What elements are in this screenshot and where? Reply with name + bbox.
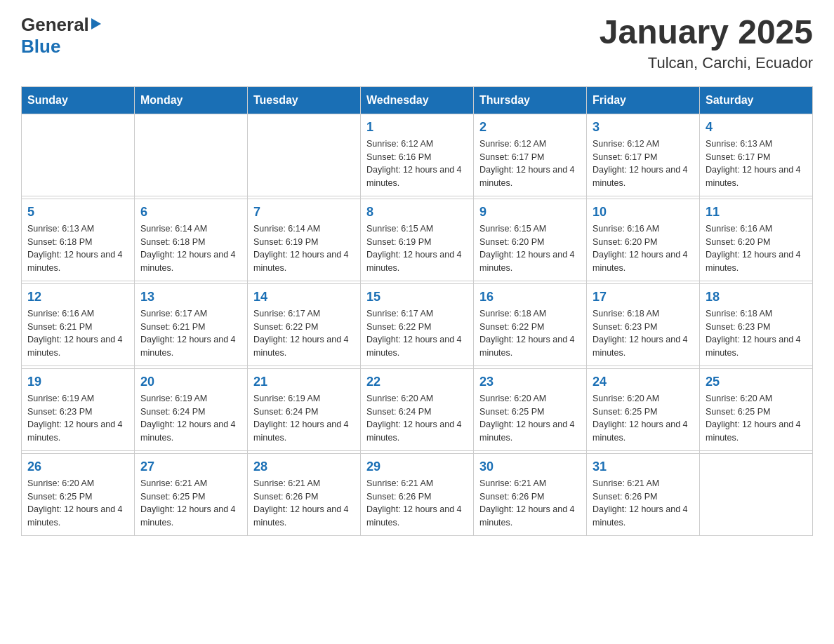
- calendar-day-cell: 15Sunrise: 6:17 AMSunset: 6:22 PMDayligh…: [361, 283, 474, 365]
- calendar-table: SundayMondayTuesdayWednesdayThursdayFrid…: [21, 86, 813, 536]
- calendar-day-cell: 18Sunrise: 6:18 AMSunset: 6:23 PMDayligh…: [700, 283, 813, 365]
- calendar-day-cell: 17Sunrise: 6:18 AMSunset: 6:23 PMDayligh…: [587, 283, 700, 365]
- day-number: 30: [479, 459, 581, 474]
- day-number: 23: [479, 375, 581, 389]
- calendar-day-cell: 19Sunrise: 6:19 AMSunset: 6:23 PMDayligh…: [22, 368, 135, 450]
- day-info: Sunrise: 6:20 AMSunset: 6:25 PMDaylight:…: [479, 392, 581, 445]
- logo-arrow-icon: [91, 18, 101, 29]
- calendar-week-row: 12Sunrise: 6:16 AMSunset: 6:21 PMDayligh…: [22, 283, 813, 365]
- day-info: Sunrise: 6:16 AMSunset: 6:21 PMDaylight:…: [27, 307, 128, 360]
- calendar-day-cell: 29Sunrise: 6:21 AMSunset: 6:26 PMDayligh…: [361, 453, 474, 535]
- col-header-thursday: Thursday: [474, 86, 587, 114]
- day-info: Sunrise: 6:18 AMSunset: 6:23 PMDaylight:…: [593, 307, 694, 360]
- location-subtitle: Tulcan, Carchi, Ecuador: [600, 54, 813, 72]
- calendar-week-row: 5Sunrise: 6:13 AMSunset: 6:18 PMDaylight…: [22, 199, 813, 281]
- calendar-day-cell: [248, 114, 361, 196]
- calendar-day-cell: 25Sunrise: 6:20 AMSunset: 6:25 PMDayligh…: [700, 368, 813, 450]
- logo: General Blue: [21, 14, 101, 58]
- day-info: Sunrise: 6:14 AMSunset: 6:19 PMDaylight:…: [253, 222, 355, 275]
- day-number: 4: [706, 120, 807, 135]
- day-number: 29: [366, 459, 468, 474]
- day-number: 8: [366, 205, 468, 220]
- calendar-day-cell: 16Sunrise: 6:18 AMSunset: 6:22 PMDayligh…: [474, 283, 587, 365]
- day-info: Sunrise: 6:19 AMSunset: 6:24 PMDaylight:…: [253, 392, 355, 445]
- calendar-day-cell: 14Sunrise: 6:17 AMSunset: 6:22 PMDayligh…: [248, 283, 361, 365]
- day-number: 17: [593, 290, 694, 304]
- day-number: 26: [27, 459, 128, 474]
- day-number: 10: [593, 205, 694, 220]
- day-info: Sunrise: 6:18 AMSunset: 6:23 PMDaylight:…: [706, 307, 807, 360]
- calendar-header-row: SundayMondayTuesdayWednesdayThursdayFrid…: [22, 86, 813, 114]
- day-info: Sunrise: 6:21 AMSunset: 6:26 PMDaylight:…: [366, 477, 468, 530]
- day-info: Sunrise: 6:12 AMSunset: 6:17 PMDaylight:…: [593, 137, 694, 190]
- calendar-day-cell: 2Sunrise: 6:12 AMSunset: 6:17 PMDaylight…: [474, 114, 587, 196]
- calendar-day-cell: 10Sunrise: 6:16 AMSunset: 6:20 PMDayligh…: [587, 199, 700, 281]
- calendar-day-cell: 1Sunrise: 6:12 AMSunset: 6:16 PMDaylight…: [361, 114, 474, 196]
- calendar-week-row: 26Sunrise: 6:20 AMSunset: 6:25 PMDayligh…: [22, 453, 813, 535]
- day-number: 24: [593, 375, 694, 389]
- day-info: Sunrise: 6:12 AMSunset: 6:17 PMDaylight:…: [479, 137, 581, 190]
- day-number: 5: [27, 205, 128, 220]
- day-number: 25: [706, 375, 807, 389]
- calendar-day-cell: 22Sunrise: 6:20 AMSunset: 6:24 PMDayligh…: [361, 368, 474, 450]
- col-header-saturday: Saturday: [700, 86, 813, 114]
- day-number: 12: [27, 290, 128, 304]
- day-info: Sunrise: 6:19 AMSunset: 6:24 PMDaylight:…: [140, 392, 241, 445]
- day-info: Sunrise: 6:17 AMSunset: 6:22 PMDaylight:…: [253, 307, 355, 360]
- calendar-day-cell: 24Sunrise: 6:20 AMSunset: 6:25 PMDayligh…: [587, 368, 700, 450]
- calendar-day-cell: [700, 453, 813, 535]
- day-number: 6: [140, 205, 241, 220]
- col-header-sunday: Sunday: [22, 86, 135, 114]
- day-info: Sunrise: 6:20 AMSunset: 6:24 PMDaylight:…: [366, 392, 468, 445]
- day-number: 21: [253, 375, 355, 389]
- day-info: Sunrise: 6:17 AMSunset: 6:21 PMDaylight:…: [140, 307, 241, 360]
- calendar-day-cell: 27Sunrise: 6:21 AMSunset: 6:25 PMDayligh…: [135, 453, 248, 535]
- day-info: Sunrise: 6:16 AMSunset: 6:20 PMDaylight:…: [593, 222, 694, 275]
- day-number: 19: [27, 375, 128, 389]
- col-header-friday: Friday: [587, 86, 700, 114]
- col-header-monday: Monday: [135, 86, 248, 114]
- calendar-day-cell: 20Sunrise: 6:19 AMSunset: 6:24 PMDayligh…: [135, 368, 248, 450]
- day-number: 15: [366, 290, 468, 304]
- calendar-day-cell: [22, 114, 135, 196]
- calendar-day-cell: 23Sunrise: 6:20 AMSunset: 6:25 PMDayligh…: [474, 368, 587, 450]
- day-info: Sunrise: 6:20 AMSunset: 6:25 PMDaylight:…: [27, 477, 128, 530]
- day-info: Sunrise: 6:21 AMSunset: 6:26 PMDaylight:…: [479, 477, 581, 530]
- day-info: Sunrise: 6:21 AMSunset: 6:26 PMDaylight:…: [593, 477, 694, 530]
- calendar-day-cell: 12Sunrise: 6:16 AMSunset: 6:21 PMDayligh…: [22, 283, 135, 365]
- calendar-day-cell: 3Sunrise: 6:12 AMSunset: 6:17 PMDaylight…: [587, 114, 700, 196]
- calendar-week-row: 19Sunrise: 6:19 AMSunset: 6:23 PMDayligh…: [22, 368, 813, 450]
- day-info: Sunrise: 6:20 AMSunset: 6:25 PMDaylight:…: [593, 392, 694, 445]
- day-number: 1: [366, 120, 468, 135]
- calendar-day-cell: 6Sunrise: 6:14 AMSunset: 6:18 PMDaylight…: [135, 199, 248, 281]
- col-header-wednesday: Wednesday: [361, 86, 474, 114]
- day-info: Sunrise: 6:12 AMSunset: 6:16 PMDaylight:…: [366, 137, 468, 190]
- calendar-day-cell: 13Sunrise: 6:17 AMSunset: 6:21 PMDayligh…: [135, 283, 248, 365]
- calendar-title: January 2025: [600, 14, 813, 51]
- day-info: Sunrise: 6:17 AMSunset: 6:22 PMDaylight:…: [366, 307, 468, 360]
- day-number: 13: [140, 290, 241, 304]
- day-info: Sunrise: 6:15 AMSunset: 6:19 PMDaylight:…: [366, 222, 468, 275]
- calendar-day-cell: 11Sunrise: 6:16 AMSunset: 6:20 PMDayligh…: [700, 199, 813, 281]
- day-info: Sunrise: 6:13 AMSunset: 6:18 PMDaylight:…: [27, 222, 128, 275]
- title-section: January 2025 Tulcan, Carchi, Ecuador: [600, 14, 813, 72]
- day-number: 31: [593, 459, 694, 474]
- day-number: 9: [479, 205, 581, 220]
- calendar-day-cell: 26Sunrise: 6:20 AMSunset: 6:25 PMDayligh…: [22, 453, 135, 535]
- calendar-day-cell: 28Sunrise: 6:21 AMSunset: 6:26 PMDayligh…: [248, 453, 361, 535]
- day-info: Sunrise: 6:15 AMSunset: 6:20 PMDaylight:…: [479, 222, 581, 275]
- day-info: Sunrise: 6:21 AMSunset: 6:25 PMDaylight:…: [140, 477, 241, 530]
- calendar-day-cell: 4Sunrise: 6:13 AMSunset: 6:17 PMDaylight…: [700, 114, 813, 196]
- day-info: Sunrise: 6:14 AMSunset: 6:18 PMDaylight:…: [140, 222, 241, 275]
- calendar-day-cell: 30Sunrise: 6:21 AMSunset: 6:26 PMDayligh…: [474, 453, 587, 535]
- calendar-day-cell: 9Sunrise: 6:15 AMSunset: 6:20 PMDaylight…: [474, 199, 587, 281]
- day-number: 16: [479, 290, 581, 304]
- day-info: Sunrise: 6:16 AMSunset: 6:20 PMDaylight:…: [706, 222, 807, 275]
- day-number: 2: [479, 120, 581, 135]
- logo-blue-text: Blue: [21, 36, 60, 58]
- calendar-day-cell: 31Sunrise: 6:21 AMSunset: 6:26 PMDayligh…: [587, 453, 700, 535]
- calendar-day-cell: 21Sunrise: 6:19 AMSunset: 6:24 PMDayligh…: [248, 368, 361, 450]
- day-number: 11: [706, 205, 807, 220]
- calendar-day-cell: 8Sunrise: 6:15 AMSunset: 6:19 PMDaylight…: [361, 199, 474, 281]
- day-number: 7: [253, 205, 355, 220]
